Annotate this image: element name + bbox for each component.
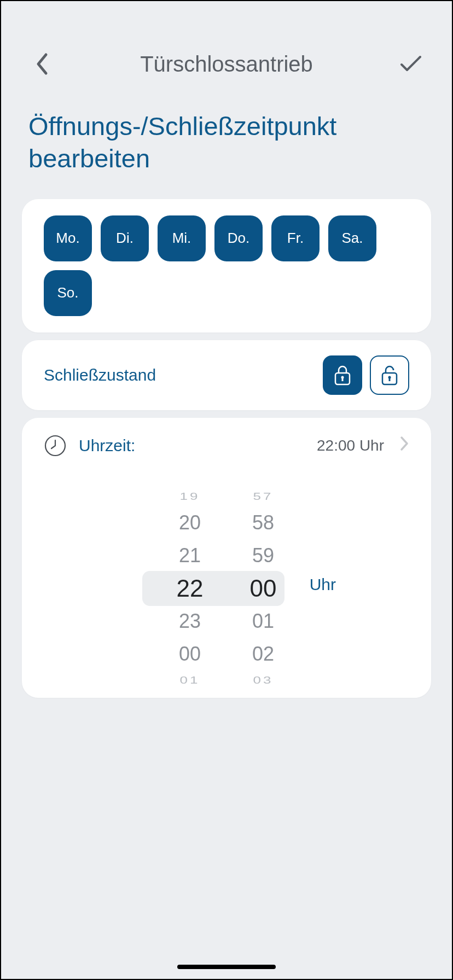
day-chip-5[interactable]: Sa. xyxy=(328,215,376,261)
picker-item[interactable]: 57 xyxy=(253,490,274,502)
day-chip-3[interactable]: Do. xyxy=(214,215,263,261)
chevron-right-icon xyxy=(399,435,409,456)
picker-item[interactable]: 22 xyxy=(177,573,204,604)
day-chip-1[interactable]: Di. xyxy=(101,215,149,261)
days-card: Mo.Di.Mi.Do.Fr.Sa.So. xyxy=(22,199,431,332)
svg-rect-2 xyxy=(342,378,344,381)
page-title: Öffnungs-/Schließzeitpunkt bearbeiten xyxy=(1,100,452,191)
picker-item[interactable]: 20 xyxy=(179,508,201,538)
lock-state-label: Schließzustand xyxy=(44,366,156,384)
picker-item[interactable]: 01 xyxy=(180,674,200,686)
picker-minutes-column[interactable]: 57585900010203 xyxy=(233,488,293,689)
picker-item[interactable]: 00 xyxy=(250,573,277,604)
clock-icon xyxy=(44,434,67,457)
day-chip-4[interactable]: Fr. xyxy=(271,215,320,261)
confirm-button[interactable] xyxy=(397,50,425,78)
time-value: 22:00 Uhr xyxy=(317,437,384,454)
picker-hours-column[interactable]: 19202122230001 xyxy=(160,488,220,689)
picker-item[interactable]: 01 xyxy=(252,606,274,637)
day-chip-0[interactable]: Mo. xyxy=(44,215,92,261)
time-header-row[interactable]: Uhrzeit: 22:00 Uhr xyxy=(44,434,409,457)
back-button[interactable] xyxy=(28,50,56,78)
lock-open-icon xyxy=(380,364,399,386)
picker-item[interactable]: 19 xyxy=(180,490,200,502)
home-indicator xyxy=(177,965,276,969)
time-card: Uhrzeit: 22:00 Uhr 19202122230001 575859… xyxy=(22,418,431,698)
picker-item[interactable]: 03 xyxy=(253,674,274,686)
picker-item[interactable]: 02 xyxy=(252,639,274,669)
time-label: Uhrzeit: xyxy=(79,436,135,455)
checkmark-icon xyxy=(399,55,422,73)
chevron-left-icon xyxy=(35,52,49,75)
time-picker[interactable]: 19202122230001 57585900010203 Uhr xyxy=(44,490,409,687)
picker-item[interactable]: 58 xyxy=(252,508,274,538)
header: Türschlossantrieb xyxy=(1,1,452,100)
day-chip-6[interactable]: So. xyxy=(44,270,92,316)
picker-item[interactable]: 00 xyxy=(179,639,201,669)
header-title: Türschlossantrieb xyxy=(56,52,397,77)
svg-rect-5 xyxy=(389,378,391,381)
picker-item[interactable]: 21 xyxy=(179,540,201,571)
picker-item[interactable]: 23 xyxy=(179,606,201,637)
lock-open-button[interactable] xyxy=(370,355,409,395)
picker-unit-label: Uhr xyxy=(310,575,336,594)
day-chip-2[interactable]: Mi. xyxy=(158,215,206,261)
lock-closed-icon xyxy=(333,364,352,386)
lock-state-card: Schließzustand xyxy=(22,340,431,410)
lock-closed-button[interactable] xyxy=(323,355,362,395)
lock-state-toggle xyxy=(323,355,409,395)
picker-item[interactable]: 59 xyxy=(252,540,274,571)
